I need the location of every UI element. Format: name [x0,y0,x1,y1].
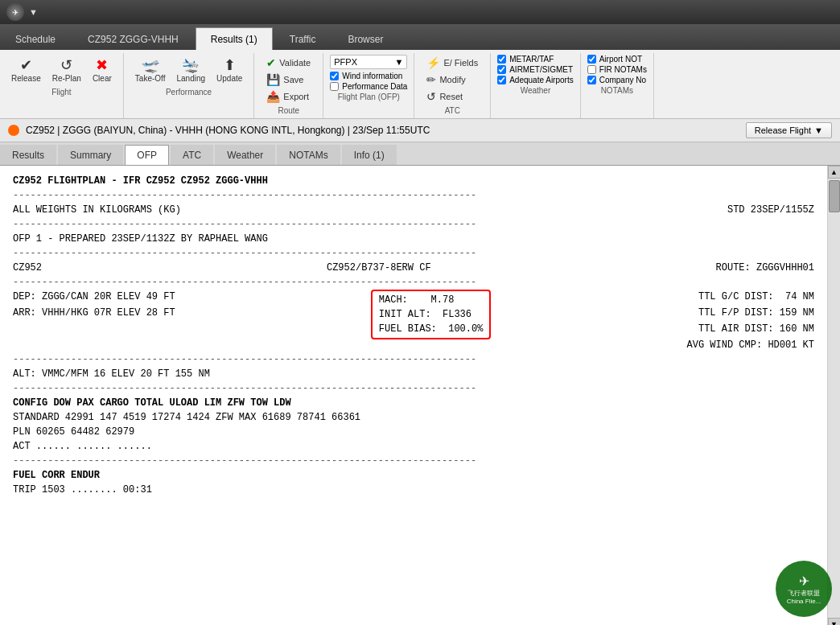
ofp-fuelbias-label: FUEL BIAS: [379,323,437,335]
ofp-sep2: ----------------------------------------… [13,217,814,232]
ribbon-perf-label: Performance [166,88,212,97]
tab-bar: Schedule CZ952 ZGGG-VHHH Results (1) Tra… [0,24,840,50]
ribbon-group-performance: 🛫 Take-Off 🛬 Landing ⬆ Update Performanc… [124,53,254,118]
ofp-fuelbias-val: 100.0% [448,323,483,335]
tab-content-weather[interactable]: Weather [215,145,275,165]
modify-icon: ✏ [426,74,436,85]
landing-label: Landing [176,74,205,83]
save-button[interactable]: 💾 Save [261,72,316,88]
ofp-dep-arr-col: DEP: ZGGG/CAN 20R ELEV 49 FT ARR: VHHH/H… [13,290,175,320]
ofp-sep4: ----------------------------------------… [13,275,814,290]
ofp-flight-row: CZ952 CZ952/B737-8ERW CF ROUTE: ZGGGVHHH… [13,261,814,275]
adequate-airports-input[interactable] [497,76,506,84]
ofp-ttlgc: TTL G/C DIST: 74 NM [687,290,814,304]
flight-info-text: CZ952 | ZGGG (BAIYUN, China) - VHHH (HON… [26,125,430,136]
company-no-checkbox[interactable]: Company No [587,76,647,84]
ofp-initalt-row: INIT ALT: FL336 [379,307,484,322]
metar-taf-input[interactable] [497,55,506,64]
clear-label: Clear [93,74,112,83]
scrollbar[interactable]: ▲ ▼ [827,166,840,625]
release-button[interactable]: ✔ Release [6,55,46,86]
pfpx-dropdown[interactable]: PFPX ▼ [330,55,407,69]
scroll-up-arrow[interactable]: ▲ [828,166,841,179]
perf-data-input[interactable] [330,82,339,91]
airport-not-input[interactable] [587,55,596,64]
landing-button[interactable]: 🛬 Landing [171,55,210,86]
ribbon-ofp-label: Flight Plan (OFP) [338,93,400,101]
adequate-airports-checkbox[interactable]: Adequate Airports [497,76,574,84]
ofp-weight-row: ALL WEIGHTS IN KILOGRAMS (KG) STD 23SEP/… [13,203,814,217]
ofp-mach-row: MACH: M.78 [379,293,484,307]
clear-icon: ✖ [96,58,108,72]
ofp-config-header: CONFIG DOW PAX CARGO TOTAL ULOAD LIM ZFW… [13,396,814,410]
ofp-line1: CZ952 FLIGHTPLAN - IFR CZ952 CZ952 ZGGG-… [13,174,814,188]
scroll-down-arrow[interactable]: ▼ [828,618,841,625]
ribbon-group-notams: Airport NOT FIR NOTAMs Company No NOTAMs [581,53,654,118]
company-no-input[interactable] [587,76,596,84]
ofp-sep3: ----------------------------------------… [13,246,814,261]
ofp-ttlfp: TTL F/P DIST: 159 NM [687,306,814,320]
ribbon-atc-col: ⚡ E/ Fields ✏ Modify ↺ Reset [421,55,484,105]
perf-data-checkbox[interactable]: Performance Data [330,82,407,91]
reset-button[interactable]: ↺ Reset [421,88,484,105]
wind-info-input[interactable] [330,72,339,80]
validate-icon: ✔ [266,57,276,68]
app-logo: ✈ [6,3,24,21]
ribbon-atc-label: ATC [445,106,460,115]
airmet-sigmet-label: AIRMET/SIGMET [509,65,573,74]
tab-content-notams[interactable]: NOTAMs [277,145,340,165]
fir-notams-checkbox[interactable]: FIR NOTAMs [587,65,647,74]
export-label: Export [283,92,309,101]
release-icon: ✔ [20,58,32,72]
ofp-sep7: ----------------------------------------… [13,454,814,468]
ofp-fuel-header: FUEL CORR ENDUR [13,468,814,483]
tab-content-ofp[interactable]: OFP [125,145,169,165]
tab-schedule[interactable]: Schedule [0,27,71,50]
ribbon: ✔ Release ↺ Re-Plan ✖ Clear Flight 🛫 Tak… [0,50,840,119]
modify-label: Modify [439,75,465,84]
tab-traffic[interactable]: Traffic [274,27,331,50]
update-icon: ⬆ [224,58,236,72]
tab-browser[interactable]: Browser [332,27,398,50]
tab-content-atc[interactable]: ATC [171,145,213,165]
landing-icon: 🛬 [182,58,200,72]
perf-data-label: Performance Data [342,82,407,91]
tab-content-info[interactable]: Info (1) [342,145,397,165]
airport-not-checkbox[interactable]: Airport NOT [587,55,647,64]
replan-icon: ↺ [60,58,72,72]
ofp-line2right: STD 23SEP/1155Z [727,203,814,217]
efields-icon: ⚡ [426,57,440,68]
ofp-fuelbias-row: FUEL BIAS: 100.0% [379,322,484,336]
save-icon: 💾 [266,74,280,85]
update-button[interactable]: ⬆ Update [212,55,247,86]
ofp-sep5: ----------------------------------------… [13,352,814,367]
metar-taf-checkbox[interactable]: METAR/TAF [497,55,574,64]
fir-notams-input[interactable] [587,65,596,74]
ribbon-notams-label: NOTAMs [601,86,633,95]
ofp-depart-row: DEP: ZGGG/CAN 20R ELEV 49 FT ARR: VHHH/H… [13,290,814,352]
export-button[interactable]: 📤 Export [261,88,316,105]
replan-button[interactable]: ↺ Re-Plan [47,55,86,86]
takeoff-button[interactable]: 🛫 Take-Off [130,55,171,86]
ofp-line2: ALL WEIGHTS IN KILOGRAMS (KG) [13,203,181,217]
ofp-arr: ARR: VHHH/HKG 07R ELEV 28 FT [13,306,175,320]
airmet-sigmet-input[interactable] [497,65,506,74]
ofp-trip-fuel: TRIP 1503 ........ 00:31 [13,483,814,497]
takeoff-icon: 🛫 [142,58,159,72]
release-flight-button[interactable]: Release Flight ▼ [746,122,832,138]
tab-results[interactable]: Results (1) [196,27,273,50]
airmet-sigmet-checkbox[interactable]: AIRMET/SIGMET [497,65,574,74]
release-flight-label: Release Flight [755,125,811,135]
modify-button[interactable]: ✏ Modify [421,72,484,88]
ofp-sep1: ----------------------------------------… [13,188,814,203]
validate-button[interactable]: ✔ Validate [261,55,316,71]
tab-content-summary[interactable]: Summary [58,145,123,165]
ribbon-perf-buttons: 🛫 Take-Off 🛬 Landing ⬆ Update [130,55,247,86]
clear-button[interactable]: ✖ Clear [88,55,117,86]
wind-info-label: Wind information [342,72,402,80]
efields-button[interactable]: ⚡ E/ Fields [421,55,484,71]
tab-flight[interactable]: CZ952 ZGGG-VHHH [72,27,194,50]
scroll-thumb[interactable] [829,180,840,212]
tab-content-results[interactable]: Results [0,145,56,165]
wind-info-checkbox[interactable]: Wind information [330,72,407,80]
